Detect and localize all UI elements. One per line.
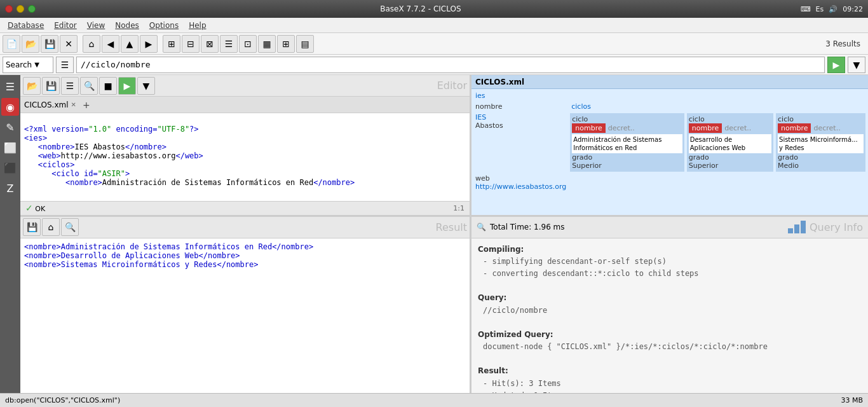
language-indicator: Es	[816, 5, 824, 13]
layout8-button[interactable]: ▤	[296, 35, 314, 53]
chart-bar-3	[801, 221, 806, 233]
sidebar-icon-3[interactable]: ⬜	[1, 139, 19, 156]
maximize-button[interactable]	[28, 5, 36, 13]
memory-usage: 33 MB	[841, 396, 863, 404]
close-document-button[interactable]: ✕	[60, 35, 78, 53]
optimized-line-1: document-node { "CICLOS.xml" }/*:ies/*:c…	[478, 341, 862, 353]
menu-view[interactable]: View	[82, 20, 110, 31]
ciclo1-nombre-text: Administración de Sistemas Informáticos …	[572, 134, 682, 153]
tree-cell-ies: ies	[473, 90, 569, 101]
search-mode-dropdown[interactable]: Search ▼	[3, 57, 53, 73]
ciclo1-grado: grado	[572, 153, 682, 162]
chart-bar-2	[794, 224, 799, 233]
bottom-half: 💾 ⌂ 🔍 Result <nombre>Administración de S…	[20, 217, 868, 407]
tree-web-value[interactable]: http://www.iesabastos.org	[475, 183, 566, 191]
ciclo1-row: nombre decret..	[572, 123, 682, 133]
ciclo3-label: ciclo	[778, 115, 864, 123]
left-sidebar: ☰ ◉ ✎ ⬜ ⬛ Z 🗑	[0, 75, 20, 407]
content-area: 📂 💾 ☰ 🔍 ■ ▶ ▼ Editor CICLOS.xml ✕ + <?xm…	[20, 75, 868, 407]
sidebar-icon-0[interactable]: ☰	[1, 78, 19, 95]
query-total-time: Total Time: 1.96 ms	[490, 223, 565, 231]
forward-button[interactable]: ▶	[140, 35, 158, 53]
result-toolbar: 💾 ⌂ 🔍 Result	[20, 217, 470, 238]
tree-node-ies[interactable]: ies	[475, 92, 485, 100]
layout7-button[interactable]: ⊞	[277, 35, 295, 53]
editor-tab-name[interactable]: CICLOS.xml	[24, 100, 69, 109]
query-section-query: Query: //ciclo/nombre	[478, 292, 862, 316]
layout4-button[interactable]: ☰	[220, 35, 238, 53]
menu-options[interactable]: Options	[144, 20, 184, 31]
chart-bar-1	[788, 228, 793, 233]
result-line-1: <nombre>Administración de Sistemas Infor…	[24, 242, 466, 251]
menu-database[interactable]: Database	[3, 20, 49, 31]
layout6-button[interactable]: ▦	[258, 35, 276, 53]
home-button[interactable]: ⌂	[83, 35, 100, 53]
ok-icon: ✓	[25, 203, 33, 213]
ciclo1-nombre-highlight[interactable]: nombre	[572, 123, 605, 133]
sidebar-icon-4[interactable]: ⬛	[1, 159, 19, 177]
ciclo3-nombre-text: Sistemas Microinformá... y Redes	[778, 134, 864, 153]
editor-text-button[interactable]: ☰	[61, 77, 79, 95]
ciclo1-block: ciclo nombre decret.. Administración de …	[570, 113, 684, 172]
window-controls[interactable]	[5, 5, 36, 13]
menu-help[interactable]: Help	[184, 20, 211, 31]
layout2-button[interactable]: ⊟	[182, 35, 200, 53]
result-search-button[interactable]: 🔍	[61, 218, 79, 236]
filter-button[interactable]: ▼	[848, 57, 865, 73]
editor-save-button[interactable]: 💾	[42, 77, 60, 95]
tree-ies-value: Abastos	[475, 121, 503, 130]
run-query-button[interactable]: ▶	[827, 57, 845, 73]
add-tab-button[interactable]: +	[83, 100, 90, 110]
tree-node-ies-label[interactable]: IES	[475, 113, 486, 121]
editor-code-area[interactable]: <?xml version="1.0" encoding="UTF-8"?> <…	[20, 113, 470, 201]
editor-run-button[interactable]: ▶	[118, 77, 136, 95]
menu-editor[interactable]: Editor	[49, 20, 82, 31]
sidebar-icon-2[interactable]: ✎	[1, 118, 19, 136]
tree-cell-nombre-val: ciclos	[569, 101, 686, 112]
ciclo2-nombre-highlight[interactable]: nombre	[689, 123, 722, 133]
main-content: ☰ ◉ ✎ ⬜ ⬛ Z 🗑 📂 💾 ☰ 🔍 ■ ▶ ▼ Editor	[0, 75, 868, 407]
query-line-1: //ciclo/nombre	[478, 305, 862, 317]
ciclo3-grado-val: Medio	[778, 162, 864, 170]
tree-cell-ciclo1: ciclo nombre decret.. Administración de …	[569, 112, 686, 173]
new-document-button[interactable]: 📄	[3, 35, 20, 53]
tree-value-nombre[interactable]: ciclos	[571, 102, 591, 111]
back-button[interactable]: ◀	[102, 35, 119, 53]
layout3-button[interactable]: ⊠	[201, 35, 219, 53]
editor-tab-close[interactable]: ✕	[71, 101, 76, 108]
layout1-button[interactable]: ⊞	[163, 35, 180, 53]
editor-stop-button[interactable]: ■	[99, 77, 117, 95]
tree-cell-nombre: nombre	[473, 101, 569, 112]
layout5-button[interactable]: ⊡	[239, 35, 257, 53]
tree-header: CICLOS.xml	[471, 75, 868, 89]
result-line-3: <nombre>Sistemas Microinformáticos y Red…	[24, 260, 466, 269]
minimize-button[interactable]	[17, 5, 24, 13]
sidebar-icon-1[interactable]: ◉	[1, 98, 19, 116]
open-button[interactable]: 📂	[22, 35, 39, 53]
tree-web-label: web	[475, 174, 490, 183]
sidebar-icon-5[interactable]: Z	[1, 179, 19, 197]
main-toolbar: 📄 📂 💾 ✕ ⌂ ◀ ▲ ▶ ⊞ ⊟ ⊠ ☰ ⊡ ▦ ⊞ ▤ 3 Result…	[0, 33, 868, 55]
cursor-position: 1:1	[453, 204, 465, 212]
menubar: Database Editor View Nodes Options Help	[0, 18, 868, 33]
query-input[interactable]	[76, 57, 825, 73]
query-section-compiling: Compiling: - simplifying descendant-or-s…	[478, 244, 862, 280]
ciclo3-decret: decret..	[813, 124, 840, 132]
save-button[interactable]: 💾	[41, 35, 58, 53]
top-half: 📂 💾 ☰ 🔍 ■ ▶ ▼ Editor CICLOS.xml ✕ + <?xm…	[20, 75, 868, 217]
editor-filter-button[interactable]: ▼	[137, 77, 155, 95]
tree-content[interactable]: ies nombre ciclos	[471, 89, 868, 215]
tree-row-web: web http://www.iesabastos.org	[473, 173, 867, 192]
up-button[interactable]: ▲	[121, 35, 139, 53]
editor-find-button[interactable]: 🔍	[80, 77, 98, 95]
tree-cell-ciclo3: ciclo nombre decret.. Sistemas Microinfo…	[775, 112, 867, 173]
ciclo3-nombre-highlight[interactable]: nombre	[778, 123, 811, 133]
close-button[interactable]	[5, 5, 13, 13]
result-home-button[interactable]: ⌂	[42, 218, 60, 236]
titlebar: BaseX 7.7.2 - CICLOS ⌨ Es 🔊 09:22	[0, 0, 868, 18]
result-save-button[interactable]: 💾	[23, 218, 41, 236]
editor-open-button[interactable]: 📂	[23, 77, 41, 95]
menu-nodes[interactable]: Nodes	[110, 20, 144, 31]
document-view-button[interactable]: ☰	[56, 57, 74, 73]
status-bar: db:open("CICLOS","CICLOS.xml") 33 MB	[0, 393, 868, 407]
